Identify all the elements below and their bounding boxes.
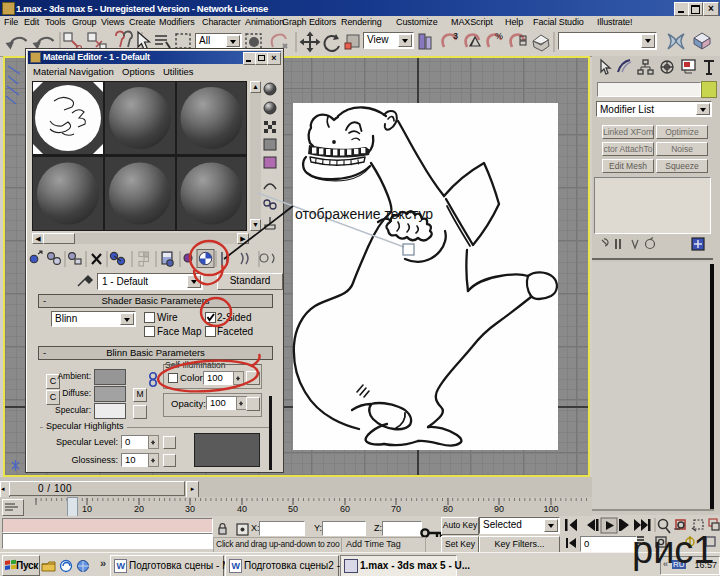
svg-text:20: 20 <box>134 504 144 514</box>
svg-text:3: 3 <box>453 31 458 41</box>
svg-text:50: 50 <box>288 504 298 514</box>
svg-text:80: 80 <box>443 504 453 514</box>
svg-text:%: % <box>495 31 503 41</box>
svg-text:40: 40 <box>237 504 247 514</box>
svg-text:100: 100 <box>543 504 558 514</box>
svg-text:30: 30 <box>185 504 195 514</box>
svg-text:70: 70 <box>391 504 401 514</box>
svg-text:90: 90 <box>494 504 504 514</box>
svg-text:60: 60 <box>340 504 350 514</box>
svg-text:10: 10 <box>82 504 92 514</box>
